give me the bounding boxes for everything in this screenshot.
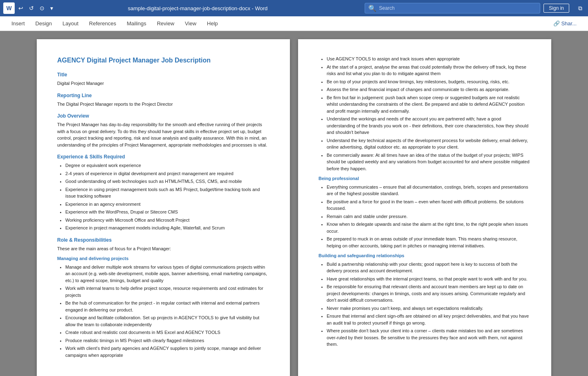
title-value: Digital Project Manager: [57, 80, 270, 87]
list-item: Be firm but fair in judgement: push back…: [327, 94, 531, 115]
list-item: Be positive and a force for good in the …: [327, 198, 531, 212]
list-item: Be commercially aware: At all times have…: [327, 152, 531, 172]
list-item: Degree or equivalent work experience: [65, 162, 270, 169]
job-overview-text: The Project Manager has day-to-day respo…: [57, 121, 270, 148]
relationships-list: Build a partnership relationship with yo…: [327, 261, 531, 348]
ribbon: Insert Design Layout References Mailings…: [0, 16, 588, 31]
list-item: Produce realistic timings in MS Project …: [65, 337, 270, 344]
list-item: Manage and deliver multiple work streams…: [65, 264, 270, 284]
list-item: Have great relationships with the intern…: [327, 276, 531, 283]
experience-list: Degree or equivalent work experience 2-4…: [65, 162, 270, 231]
list-item: Experience with the WordPress, Drupal or…: [65, 209, 270, 216]
title-bar-title: sample-digital-project-manager-job-descr…: [34, 5, 361, 11]
subheading-managing: Managing and delivering projects: [57, 255, 270, 262]
doc-title: AGENCY Digital Project Manager Job Descr…: [57, 56, 270, 65]
page-1: AGENCY Digital Project Manager Job Descr…: [37, 39, 290, 376]
managing-list: Manage and deliver multiple work streams…: [65, 264, 270, 359]
list-item: Work with client's third party agencies …: [65, 345, 270, 358]
share-button[interactable]: 🔗 Shar...: [548, 18, 581, 29]
list-item: Remain calm and stable under pressure.: [327, 213, 531, 220]
tab-layout[interactable]: Layout: [58, 18, 83, 29]
signin-button[interactable]: Sign in: [543, 4, 569, 13]
tab-mailings[interactable]: Mailings: [122, 18, 151, 29]
reporting-line-value: The Digital Project Manager reports to t…: [57, 101, 270, 108]
section-experience-heading: Experience & Skills Required: [57, 153, 270, 160]
tab-view[interactable]: View: [180, 18, 201, 29]
list-item: Ensure that internal and client sign-off…: [327, 313, 531, 326]
window-controls: ⧉: [576, 4, 585, 13]
list-item: Create robust and realistic cost documen…: [65, 329, 270, 336]
page-2: Use AGENCY TOOLS to assign and track iss…: [298, 39, 551, 376]
list-item: Understand the key technical aspects of …: [327, 137, 531, 151]
list-item: Experience in project management models …: [65, 225, 270, 231]
tab-review[interactable]: Review: [152, 18, 179, 29]
list-item: Know when to delegate upwards and raise …: [327, 221, 531, 234]
tab-design[interactable]: Design: [31, 18, 57, 29]
list-item: Where possible don't back your client in…: [327, 327, 531, 348]
section-title-heading: Title: [57, 71, 270, 78]
list-item: Working proficiency with Microsoft Offic…: [65, 217, 270, 224]
document-area: AGENCY Digital Project Manager Job Descr…: [0, 31, 588, 376]
list-item: Assess the time and financial impact of …: [327, 86, 531, 93]
list-item: Good understanding of web technologies s…: [65, 178, 270, 185]
section-role-heading: Role & Responsibilities: [57, 236, 270, 244]
list-item: Be the hub of communication for the proj…: [65, 300, 270, 313]
section-reporting-line-heading: Reporting Line: [57, 92, 270, 99]
list-item: Understand the workings and needs of the…: [327, 116, 531, 136]
list-item: Be responsible for ensuring that relevan…: [327, 283, 531, 304]
list-item: Be prepared to muck in on areas outside …: [327, 236, 531, 249]
list-item: Work with internal teams to help define …: [65, 285, 270, 298]
section-job-overview-heading: Job Overview: [57, 112, 270, 120]
search-icon: 🔍: [368, 4, 376, 12]
list-item: Use AGENCY TOOLS to assign and track iss…: [327, 56, 531, 62]
role-intro-text: These are the main areas of focus for a …: [57, 245, 270, 252]
search-bar[interactable]: 🔍: [365, 3, 540, 13]
subheading-building-relationships: Building and safeguarding relationships: [318, 252, 531, 259]
list-item: Everything communicates – ensure that al…: [327, 184, 531, 197]
list-item: Experience in using project management t…: [65, 186, 270, 200]
list-item: Build a partnership relationship with yo…: [327, 261, 531, 274]
list-item: Encourage and facilitate collaboration. …: [65, 314, 270, 328]
list-item: Experience in an agency environment: [65, 201, 270, 208]
list-item: At the start of a project, analyse the a…: [327, 64, 531, 77]
list-item: 2-4 years of experience in digital devel…: [65, 170, 270, 177]
title-bar: W ↩ ↺ ⊙ ▾ sample-digital-project-manager…: [0, 0, 588, 16]
word-icon: W: [3, 2, 15, 14]
professional-list: Everything communicates – ensure that al…: [327, 184, 531, 249]
tab-insert[interactable]: Insert: [7, 18, 30, 29]
continued-list: Use AGENCY TOOLS to assign and track iss…: [327, 56, 531, 172]
subheading-being-professional: Being professional: [318, 175, 531, 182]
list-item: Never make promises you can't keep, and …: [327, 305, 531, 312]
undo-button[interactable]: ↩: [16, 4, 25, 12]
search-input[interactable]: [379, 5, 537, 11]
tab-help[interactable]: Help: [202, 18, 223, 29]
list-item: Be on top of your projects and know timi…: [327, 78, 531, 85]
restore-button[interactable]: ⧉: [576, 4, 585, 13]
tab-references[interactable]: References: [84, 18, 121, 29]
